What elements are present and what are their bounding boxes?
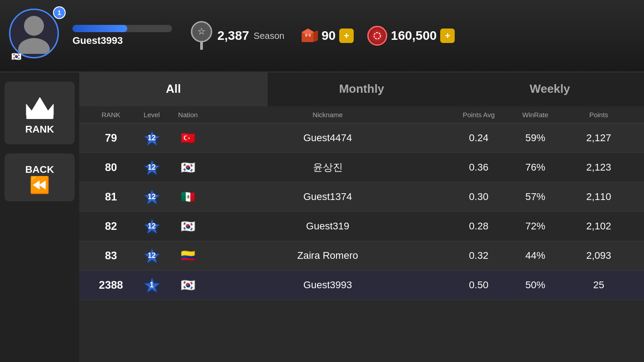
tabs-row: All Monthly Weekly <box>79 72 644 106</box>
cell-points-avg: 0.36 <box>449 162 508 173</box>
cell-flag: 🇨🇴 <box>170 249 206 263</box>
chip-icon <box>367 26 387 46</box>
svg-rect-4 <box>200 42 203 50</box>
col-points-avg: Points Avg <box>449 111 508 119</box>
cell-flag: 🇹🇷 <box>170 131 206 145</box>
svg-rect-8 <box>305 34 307 37</box>
cell-winrate: 72% <box>508 220 562 232</box>
col-nickname: Nickname <box>206 111 449 119</box>
main-content: RANK BACK ⏪ All Monthly Weekly RANK Leve… <box>0 72 644 362</box>
cell-winrate: 44% <box>508 250 562 262</box>
cell-rank: 2388 <box>88 279 134 291</box>
table-header: RANK Level Nation Nickname Points Avg Wi… <box>79 106 644 124</box>
chip-currency: 160,500 + <box>367 26 455 46</box>
cell-nickname: Guest319 <box>206 220 449 232</box>
cell-level: ★ 1 <box>134 274 170 296</box>
top-bar: 1 🇰🇷 Guest3993 ☆ 2,387 Season <box>0 0 644 72</box>
tab-monthly[interactable]: Monthly <box>268 72 456 106</box>
chip-plus-button[interactable]: + <box>440 29 455 43</box>
cell-flag: 🇰🇷 <box>170 278 206 292</box>
cube-value: 90 <box>322 29 336 43</box>
svg-point-0 <box>24 16 44 36</box>
cell-nickname: Guest3993 <box>206 279 449 291</box>
cell-flag: 🇰🇷 <box>170 219 206 233</box>
sidebar: RANK BACK ⏪ <box>0 72 79 362</box>
table-row: 80 ★ 12 🇰🇷윤상진0.3676%2,123 <box>79 153 644 182</box>
table-row: 83 ★ 12 🇨🇴Zaira Romero0.3244%2,093 <box>79 241 644 271</box>
col-level: Level <box>134 111 170 119</box>
table-body: 79 ★ 12 🇹🇷Guest44740.2459%2,12780 ★ 12 🇰… <box>79 124 644 362</box>
cell-points-avg: 0.50 <box>449 279 508 291</box>
cell-rank: 80 <box>88 161 134 174</box>
cell-points-avg: 0.32 <box>449 250 508 262</box>
avatar <box>9 9 59 58</box>
col-points: Points <box>562 111 635 119</box>
avatar-silhouette <box>16 13 52 54</box>
cell-level: ★ 12 <box>134 245 170 267</box>
cube-currency: 90 + <box>298 26 354 46</box>
medal-icon: ☆ <box>190 20 213 52</box>
table-row: 79 ★ 12 🇹🇷Guest44740.2459%2,127 <box>79 124 644 153</box>
col-nation: Nation <box>170 111 206 119</box>
rank-label: RANK <box>25 124 54 135</box>
cell-nickname: 윤상진 <box>206 161 449 174</box>
tab-all[interactable]: All <box>79 72 268 106</box>
cell-points-avg: 0.28 <box>449 220 508 232</box>
tab-weekly[interactable]: Weekly <box>456 72 644 106</box>
rank-badge: 1 <box>53 6 66 19</box>
xp-bar-fill <box>72 25 127 32</box>
player-flag: 🇰🇷 <box>11 52 24 61</box>
svg-rect-13 <box>26 115 53 119</box>
score-value: 2,387 <box>217 29 249 43</box>
cell-winrate: 76% <box>508 162 562 173</box>
col-rank: RANK <box>88 111 134 119</box>
table-area: All Monthly Weekly RANK Level Nation Nic… <box>79 72 644 362</box>
player-name: Guest3993 <box>72 35 172 47</box>
cell-points-avg: 0.24 <box>449 132 508 144</box>
sidebar-back-button[interactable]: BACK ⏪ <box>5 153 75 201</box>
chip-value: 160,500 <box>391 29 437 43</box>
col-winrate: WinRate <box>508 111 562 119</box>
back-label: BACK <box>25 164 54 176</box>
cell-rank: 81 <box>88 191 134 203</box>
cell-points: 2,123 <box>562 162 635 173</box>
cell-flag: 🇲🇽 <box>170 190 206 204</box>
cell-level: ★ 12 <box>134 215 170 237</box>
sidebar-rank-button[interactable]: RANK <box>5 81 75 144</box>
back-arrow-icon: ⏪ <box>29 176 50 195</box>
cell-points: 2,102 <box>562 220 635 232</box>
svg-marker-12 <box>26 97 53 115</box>
cell-nickname: Guest4474 <box>206 132 449 144</box>
svg-rect-9 <box>309 34 311 37</box>
score-item: ☆ 2,387 Season <box>190 20 284 52</box>
svg-text:☆: ☆ <box>197 26 206 36</box>
xp-bar-outer <box>72 25 172 32</box>
score-label: Season <box>254 31 284 41</box>
cell-level: ★ 12 <box>134 127 170 149</box>
table-row: 81 ★ 12 🇲🇽Guest13740.3057%2,110 <box>79 182 644 212</box>
player-info: Guest3993 <box>72 25 172 47</box>
cell-nickname: Zaira Romero <box>206 250 449 262</box>
cell-points-avg: 0.30 <box>449 191 508 203</box>
cell-points: 25 <box>562 279 635 291</box>
crown-icon <box>22 90 58 120</box>
avatar-container: 1 🇰🇷 <box>9 9 63 63</box>
top-stats: ☆ 2,387 Season 90 + <box>190 20 455 52</box>
cell-points: 2,110 <box>562 191 635 203</box>
cell-points: 2,127 <box>562 132 635 144</box>
cell-points: 2,093 <box>562 250 635 262</box>
cube-icon <box>298 26 318 46</box>
cell-rank: 83 <box>88 249 134 262</box>
cell-flag: 🇰🇷 <box>170 161 206 175</box>
table-row: 2388 ★ 1 🇰🇷Guest39930.5050%25 <box>79 271 644 300</box>
cell-winrate: 50% <box>508 279 562 291</box>
cell-rank: 79 <box>88 132 134 144</box>
cell-rank: 82 <box>88 220 134 233</box>
cell-nickname: Guest1374 <box>206 191 449 203</box>
table-row: 82 ★ 12 🇰🇷Guest3190.2872%2,102 <box>79 212 644 241</box>
cell-level: ★ 12 <box>134 186 170 208</box>
cell-level: ★ 12 <box>134 157 170 178</box>
cell-winrate: 59% <box>508 132 562 144</box>
cube-plus-button[interactable]: + <box>339 29 354 43</box>
cell-winrate: 57% <box>508 191 562 203</box>
